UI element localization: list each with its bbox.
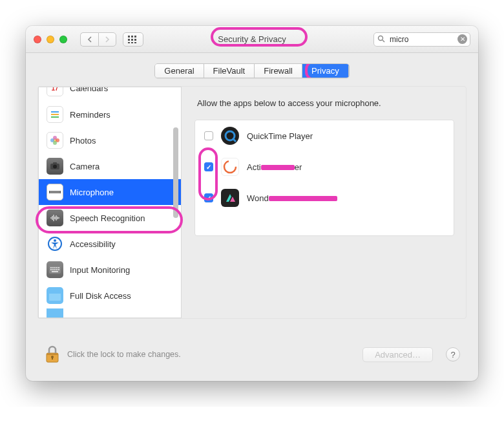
app-row-filmora: Wond [195,182,454,213]
svg-rect-8 [134,42,136,43]
window-footer: Click the lock to make changes. Advanced… [26,330,478,381]
svg-rect-0 [128,36,130,38]
app-name: QuickTime Player [247,131,313,141]
svg-rect-1 [131,36,133,38]
permission-checkbox[interactable] [204,162,213,171]
svg-rect-60 [47,353,58,355]
sidebar-item-photos[interactable]: Photos [39,127,181,153]
svg-line-10 [383,40,384,42]
tab-bar: General FileVault Firewall Privacy [26,53,478,86]
svg-rect-5 [134,39,136,41]
svg-rect-47 [50,269,52,270]
svg-rect-42 [50,267,52,268]
app-name: Wond [247,193,337,203]
svg-rect-46 [58,267,59,268]
svg-rect-49 [54,269,56,270]
svg-rect-44 [54,267,56,268]
permission-checkbox[interactable] [204,193,213,202]
privacy-category-sidebar[interactable]: 17 Calendars Reminders [38,87,182,318]
svg-rect-22 [49,191,61,193]
svg-point-55 [224,161,236,173]
sidebar-item-camera[interactable]: Camera [39,153,181,179]
app-name: Actier [247,162,302,172]
sidebar-item-speech-recognition[interactable]: Speech Recognition [39,205,181,231]
svg-rect-21 [53,162,57,164]
sidebar-item-label: Microphone [70,188,114,197]
svg-point-40 [54,239,56,242]
nav-back-forward [80,32,116,47]
activepresenter-icon [221,158,239,176]
tab-firewall[interactable]: Firewall [255,64,302,78]
svg-point-9 [379,36,383,40]
sidebar-item-input-monitoring[interactable]: Input Monitoring [39,257,181,283]
permission-checkbox[interactable] [204,131,213,140]
quicktime-icon [221,127,239,145]
advanced-button[interactable]: Advanced… [362,347,433,362]
tab-general[interactable]: General [155,64,204,78]
show-all-button[interactable] [123,32,143,47]
clear-search-button[interactable]: ✕ [457,34,467,44]
zoom-window-button[interactable] [59,36,67,43]
app-permissions-area: Allow the apps below to access your micr… [194,87,466,318]
lock-icon[interactable] [44,345,61,364]
folder-icon [47,287,63,304]
search-input[interactable] [373,32,470,47]
svg-rect-43 [52,267,54,268]
sidebar-item-accessibility[interactable]: Accessibility [39,231,181,257]
calendar-icon: 17 [47,87,63,96]
camera-icon [47,158,63,175]
svg-rect-6 [128,42,130,43]
svg-point-20 [53,165,57,169]
microphone-icon [47,184,63,200]
svg-point-18 [53,136,57,140]
lock-hint: Click the lock to make changes. [67,350,181,359]
sidebar-item-label: Calendars [70,87,108,93]
folder-icon [47,308,63,318]
accessibility-icon [47,235,63,252]
sidebar-item-label: Input Monitoring [70,265,130,275]
photos-icon [47,132,63,149]
svg-rect-45 [56,267,58,268]
app-row-activepresenter: Actier [195,151,454,182]
sidebar-item-label: Photos [70,136,96,146]
search-field-wrap: ✕ [373,32,470,47]
svg-rect-48 [52,269,54,270]
preferences-window: Security & Privacy ✕ General FileVault F… [26,26,478,381]
sidebar-item-reminders[interactable]: Reminders [39,102,181,127]
sidebar-item-microphone[interactable]: Microphone [39,179,181,205]
svg-rect-2 [134,36,136,38]
sidebar-item-full-disk-access[interactable]: Full Disk Access [39,283,181,308]
speech-icon [47,210,63,226]
app-permission-list: QuickTime Player Actier [194,120,454,236]
privacy-panel: 17 Calendars Reminders [37,86,467,319]
svg-rect-62 [52,357,53,360]
sidebar-scrollbar[interactable] [171,89,180,316]
sidebar-item-label: Full Disk Access [70,291,131,301]
back-button[interactable] [80,32,98,47]
reminders-icon [47,106,63,123]
tab-privacy[interactable]: Privacy [302,64,349,78]
svg-rect-4 [131,39,133,41]
svg-rect-3 [128,39,130,41]
svg-rect-7 [131,42,133,43]
sidebar-item-calendars[interactable]: 17 Calendars [39,87,181,102]
help-button[interactable]: ? [446,347,460,362]
tab-filevault[interactable]: FileVault [204,64,255,78]
forward-button[interactable] [98,32,116,47]
sidebar-item-label: Accessibility [70,239,116,249]
svg-rect-51 [58,269,59,270]
app-row-quicktime: QuickTime Player [195,120,454,151]
keyboard-icon [47,261,63,278]
window-title: Security & Privacy [218,34,286,44]
sidebar-item-truncated[interactable] [39,308,181,318]
sidebar-item-label: Reminders [70,110,110,120]
window-controls [34,36,67,43]
close-window-button[interactable] [34,36,41,43]
titlebar: Security & Privacy ✕ [26,26,478,53]
permission-hint: Allow the apps below to access your micr… [197,98,454,108]
sidebar-item-label: Speech Recognition [70,213,145,223]
filmora-icon [221,189,239,207]
svg-rect-52 [52,271,58,272]
minimize-window-button[interactable] [47,36,54,43]
sidebar-item-label: Camera [70,162,100,171]
